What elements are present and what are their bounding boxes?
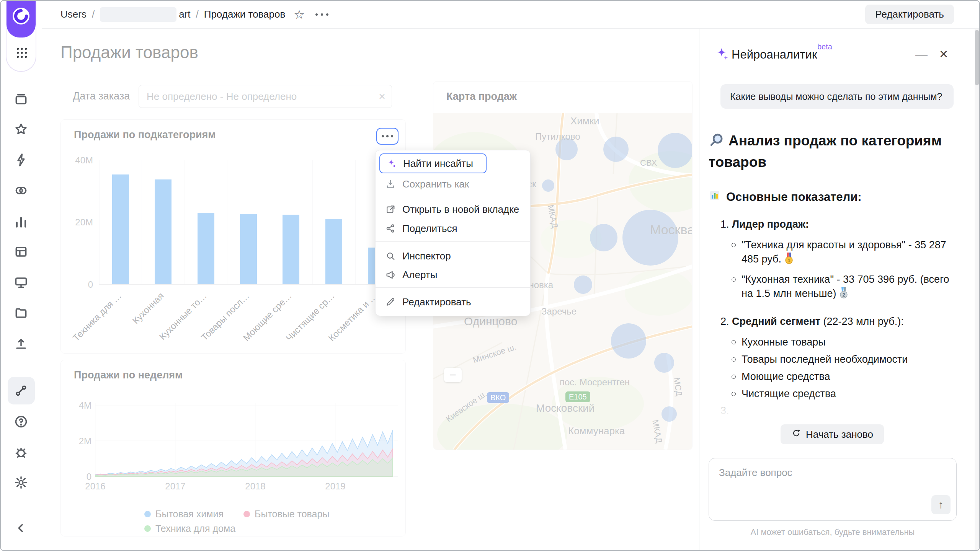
help-icon[interactable] bbox=[12, 412, 30, 431]
answer-bullet: Моющие средства bbox=[731, 370, 951, 384]
upload-icon[interactable] bbox=[12, 334, 30, 353]
menu-item-label: Редактировать bbox=[402, 296, 471, 308]
map-place-label: Заречье bbox=[541, 306, 577, 317]
filter-clear-icon[interactable]: × bbox=[374, 89, 390, 104]
map-place-label: Путилково bbox=[535, 131, 580, 142]
map-place-label: Минское ш. bbox=[472, 342, 518, 365]
send-icon[interactable]: ↑ bbox=[931, 495, 951, 514]
bar-4[interactable] bbox=[283, 215, 299, 284]
menu-item-save-as[interactable]: Сохранить как bbox=[379, 175, 527, 193]
breadcrumb-root[interactable]: Users bbox=[60, 8, 87, 20]
road-badge-E105: E105 bbox=[565, 391, 590, 402]
restart-button[interactable]: Начать заново bbox=[781, 424, 884, 444]
chart-context-menu: Найти инсайты Сохранить как Открыть в но… bbox=[375, 150, 531, 316]
breadcrumb-separator: / bbox=[92, 8, 95, 20]
legend-item[interactable]: Техника для дома bbox=[144, 523, 235, 534]
answer-heading-text: Анализ продаж по категориям товаров bbox=[709, 133, 942, 170]
answer-bullet: "Кухонная техника" - 33 705 396 руб. (вс… bbox=[731, 272, 951, 303]
date-filter-input[interactable] bbox=[139, 85, 392, 108]
gridline bbox=[99, 160, 100, 284]
menu-item-label: Найти инсайты bbox=[403, 158, 473, 170]
menu-item-label: Инспектор bbox=[402, 250, 451, 262]
legend-label: Бытовая химия bbox=[155, 509, 224, 520]
gridline bbox=[312, 160, 313, 284]
chart-more-actions-button[interactable] bbox=[376, 128, 399, 145]
map-place-label: Москва bbox=[650, 222, 693, 237]
edit-button[interactable]: Редактировать bbox=[865, 5, 954, 24]
answer-bullet: "Техника для красоты и здоровья" - 35 28… bbox=[731, 238, 951, 269]
legend-dot bbox=[144, 525, 151, 532]
apps-grid-icon[interactable] bbox=[13, 44, 31, 62]
editor-lightning-icon[interactable] bbox=[12, 151, 30, 169]
x-tick-label: 2017 bbox=[156, 481, 194, 492]
map-place-label: пос. Мосрентген bbox=[560, 377, 630, 388]
connections-icon[interactable] bbox=[12, 381, 30, 400]
bar-1[interactable] bbox=[155, 179, 172, 284]
debug-bug-icon[interactable] bbox=[12, 443, 30, 461]
menu-item-find-insights[interactable]: Найти инсайты bbox=[379, 153, 487, 173]
user-question-text: Какие выводы можно сделать по этим данны… bbox=[730, 91, 942, 102]
gridline bbox=[142, 160, 142, 284]
menu-divider bbox=[376, 287, 531, 288]
y-tick-label: 4M bbox=[66, 400, 91, 411]
page-title: Продажи товаров bbox=[60, 43, 198, 62]
neuroanalyst-panel: Нейроаналитик beta — × Какие выводы можн… bbox=[699, 29, 980, 551]
menu-item-label: Открыть в новой вкладке bbox=[402, 204, 519, 215]
share-icon bbox=[385, 223, 396, 234]
menu-item-inspector[interactable]: Инспектор bbox=[379, 247, 527, 265]
settings-gear-icon[interactable] bbox=[12, 473, 30, 492]
breadcrumb-masked-suffix[interactable]: art bbox=[179, 8, 190, 20]
beta-badge: beta bbox=[817, 42, 832, 51]
map-zoom-out-button[interactable]: − bbox=[444, 368, 462, 382]
gridline bbox=[270, 160, 270, 284]
datalens-logo[interactable] bbox=[12, 7, 30, 25]
answer-subheading: Основные показатели: bbox=[709, 189, 862, 205]
menu-item-edit[interactable]: Редактировать bbox=[379, 293, 527, 311]
gridline bbox=[185, 160, 185, 284]
bar-3[interactable] bbox=[240, 214, 257, 284]
menu-item-open-new-tab[interactable]: Открыть в новой вкладке bbox=[379, 200, 527, 218]
datasets-table-icon[interactable] bbox=[12, 243, 30, 261]
charts-icon[interactable] bbox=[12, 213, 30, 231]
collections-icon[interactable] bbox=[12, 90, 30, 108]
dashboards-monitor-icon[interactable] bbox=[12, 273, 30, 292]
close-icon[interactable]: × bbox=[935, 46, 952, 62]
sparkle-icon bbox=[714, 46, 729, 63]
map-place-label: МСД bbox=[671, 377, 684, 397]
y-tick-label: 0 bbox=[66, 471, 91, 482]
logo-pill bbox=[6, 0, 36, 72]
legend-item[interactable]: Бытовая химия bbox=[144, 509, 224, 520]
menu-divider bbox=[376, 195, 531, 195]
folders-icon[interactable] bbox=[12, 304, 30, 322]
menu-item-label: Поделиться bbox=[402, 223, 457, 235]
scrollbar-thumb[interactable] bbox=[975, 30, 979, 85]
minimize-icon[interactable]: — bbox=[913, 46, 930, 62]
favorite-star-icon[interactable]: ☆ bbox=[294, 7, 305, 22]
answer-subheading-text: Основные показатели: bbox=[726, 190, 862, 204]
more-actions-icon[interactable] bbox=[314, 7, 330, 22]
magnifier-emoji-icon bbox=[709, 132, 725, 153]
top-bar: Users / art / Продажи товаров ☆ Редактир… bbox=[42, 0, 980, 29]
silver-medal-icon: 2 bbox=[839, 287, 848, 303]
bar-0[interactable] bbox=[112, 174, 129, 284]
datalens-dashboard-window: Users / art / Продажи товаров ☆ Редактир… bbox=[0, 0, 980, 551]
menu-item-alerts[interactable]: Алерты bbox=[379, 266, 527, 284]
menu-item-share[interactable]: Поделиться bbox=[379, 219, 527, 238]
bar-5[interactable] bbox=[325, 219, 342, 284]
external-link-icon bbox=[385, 204, 396, 215]
legend-item[interactable]: Бытовые товары bbox=[243, 509, 329, 520]
collapse-sidebar-icon[interactable] bbox=[12, 519, 30, 537]
favorites-star-icon[interactable] bbox=[12, 120, 30, 139]
answer-bullet: Кухонные товары bbox=[731, 335, 951, 349]
map-place-label: Одинцово bbox=[464, 315, 517, 328]
svg-text:2: 2 bbox=[843, 292, 845, 298]
bar-2[interactable] bbox=[198, 213, 214, 284]
restart-icon bbox=[791, 428, 801, 441]
x-tick-label: 2016 bbox=[76, 481, 114, 492]
map-place-label: Московский bbox=[536, 402, 595, 414]
answer-bullet: Товары последней необходимости bbox=[731, 352, 951, 367]
question-input[interactable] bbox=[709, 458, 957, 521]
scrollbar-track[interactable] bbox=[975, 29, 979, 551]
services-icon[interactable] bbox=[12, 181, 30, 200]
menu-item-label: Сохранить как bbox=[402, 178, 469, 190]
